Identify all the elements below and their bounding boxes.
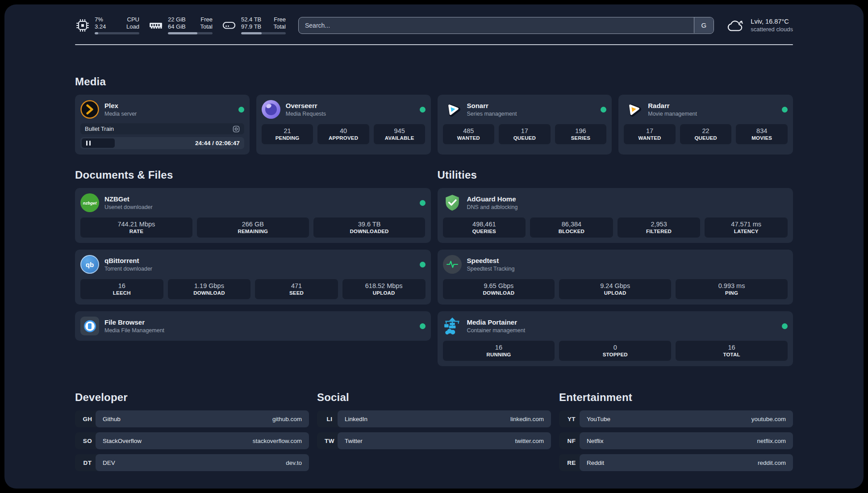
- service-name: AdGuard Home: [467, 195, 518, 203]
- service-description: Container management: [467, 327, 526, 334]
- status-dot: [782, 107, 788, 113]
- service-card-portainer[interactable]: Media Portainer Container management 16 …: [438, 311, 793, 366]
- status-dot: [601, 107, 606, 113]
- status-dot: [420, 107, 426, 113]
- bookmark-name: DEV: [103, 460, 115, 466]
- system-resources: 7% 3.24 CPU Load: [75, 16, 286, 34]
- service-name: Radarr: [648, 102, 697, 109]
- bookmark-name: Github: [103, 416, 121, 422]
- stat-block: 471 SEED: [255, 279, 338, 299]
- status-dot: [420, 200, 426, 206]
- bookmark-reddit[interactable]: RE Reddit reddit.com: [559, 454, 793, 471]
- section-title-documents: Documents & Files: [75, 169, 431, 181]
- bookmark-url: stackoverflow.com: [253, 438, 302, 444]
- cpu-load-label: Load: [126, 23, 139, 30]
- memory-icon: [148, 18, 163, 33]
- stat-block: 485 WANTED: [443, 124, 495, 144]
- service-description: Usenet downloader: [104, 204, 153, 210]
- section-media: Media Plex Media server: [75, 75, 793, 155]
- playback-progress-row: 24:44 / 02:06:47: [80, 137, 244, 149]
- video-view-icon: [233, 125, 240, 133]
- bookmark-group-developer: Developer GH Github github.com SO StackO…: [75, 391, 309, 471]
- bookmark-url: netflix.com: [757, 438, 786, 444]
- section-title-social: Social: [317, 391, 551, 404]
- service-name: NZBGet: [104, 195, 153, 203]
- stat-block: 9.24 Gbps UPLOAD: [559, 279, 671, 299]
- cpu-widget: 7% 3.24 CPU Load: [75, 16, 139, 34]
- section-utilities: Utilities: [438, 169, 793, 366]
- cpu-icon: [75, 18, 90, 33]
- stat-block: 17 WANTED: [624, 124, 676, 144]
- service-description: Series management: [467, 111, 517, 117]
- cpu-load-value: 3.24: [95, 23, 106, 30]
- bookmark-name: LinkedIn: [345, 416, 367, 422]
- memory-total-label: Total: [200, 23, 213, 30]
- service-card-filebrowser[interactable]: File Browser Media File Management: [75, 311, 431, 341]
- memory-widget: 22 GiB 64 GiB Free Total: [148, 16, 213, 34]
- bookmark-name: StackOverflow: [103, 438, 142, 444]
- service-card-overseerr[interactable]: Overseerr Media Requests 21 PENDING 40 A…: [256, 95, 431, 155]
- header-divider: [75, 44, 793, 45]
- disk-total-value: 97.9 TB: [241, 23, 261, 30]
- search-bar: G: [298, 17, 714, 34]
- section-title-utilities: Utilities: [438, 169, 793, 181]
- bookmark-url: reddit.com: [758, 460, 786, 466]
- stat-block: 16 LEECH: [80, 279, 163, 299]
- bookmark-dev[interactable]: DT DEV dev.to: [75, 454, 309, 471]
- stat-block: 0 STOPPED: [559, 341, 671, 361]
- service-description: Movie management: [648, 111, 697, 117]
- now-playing-title: Bullet Train: [85, 125, 114, 132]
- service-name: Sonarr: [467, 102, 517, 109]
- service-card-nzbget[interactable]: nzbget NZBGet Usenet downloader 744.21 M…: [75, 188, 431, 243]
- disk-total-label: Total: [274, 23, 286, 30]
- sonarr-icon: [443, 100, 462, 119]
- cpu-usage-label: CPU: [127, 16, 139, 23]
- service-name: Speedtest: [467, 257, 515, 264]
- stat-block: 196 SERIES: [555, 124, 607, 144]
- bookmark-linkedin[interactable]: LI LinkedIn linkedin.com: [317, 410, 551, 427]
- service-card-adguard[interactable]: AdGuard Home DNS and adblocking 498,461 …: [438, 188, 793, 243]
- stat-block: 9.65 Gbps DOWNLOAD: [443, 279, 555, 299]
- memory-progress-bar: [168, 32, 213, 34]
- bookmark-netflix[interactable]: NF Netflix netflix.com: [559, 432, 793, 449]
- service-card-radarr[interactable]: Radarr Movie management 17 WANTED 22 QUE…: [618, 95, 793, 155]
- stat-block: 40 APPROVED: [317, 124, 369, 144]
- status-dot: [782, 323, 788, 329]
- weather-condition: scattered clouds: [751, 26, 793, 33]
- disk-icon: [221, 18, 237, 33]
- service-name: File Browser: [104, 318, 164, 326]
- memory-total-value: 64 GiB: [168, 23, 186, 30]
- service-card-qbittorrent[interactable]: qb qBittorrent Torrent downloader 16 LEE…: [75, 250, 431, 305]
- memory-free-value: 22 GiB: [168, 16, 186, 23]
- dashboard: 7% 3.24 CPU Load: [4, 4, 864, 489]
- stat-block: 16 TOTAL: [676, 341, 788, 361]
- weather-location: Lviv, 16.87°C: [751, 18, 793, 25]
- bookmark-stackoverflow[interactable]: SO StackOverflow stackoverflow.com: [75, 432, 309, 449]
- radarr-icon: [624, 100, 643, 119]
- bookmark-group-entertainment: Entertainment YT YouTube youtube.com NF …: [559, 391, 793, 471]
- service-card-sonarr[interactable]: Sonarr Series management 485 WANTED 17 Q…: [438, 95, 612, 155]
- service-name: Overseerr: [286, 102, 326, 109]
- bookmark-github[interactable]: GH Github github.com: [75, 410, 309, 427]
- cpu-progress-bar: [95, 32, 139, 34]
- stat-block: 945 AVAILABLE: [374, 124, 426, 144]
- stat-block: 834 MOVIES: [736, 124, 788, 144]
- stat-block: 17 QUEUED: [499, 124, 551, 144]
- disk-free-label: Free: [274, 16, 286, 23]
- bookmark-name: Reddit: [587, 460, 604, 466]
- service-description: Media Requests: [286, 111, 326, 117]
- stat-block: 498,461 QUERIES: [443, 217, 526, 238]
- stat-block: 2,953 FILTERED: [618, 217, 701, 238]
- search-input[interactable]: [298, 17, 714, 34]
- bookmark-twitter[interactable]: TW Twitter twitter.com: [317, 432, 551, 449]
- service-card-plex[interactable]: Plex Media server Bullet Train: [75, 95, 250, 155]
- service-card-speedtest[interactable]: Speedtest Speedtest Tracking 9.65 Gbps D…: [438, 250, 793, 305]
- disk-free-value: 52.4 TB: [241, 16, 261, 23]
- service-description: Torrent downloader: [104, 266, 152, 272]
- google-search-button[interactable]: G: [694, 17, 714, 33]
- bookmark-url: twitter.com: [515, 438, 544, 444]
- stat-block: 0.993 ms PING: [676, 279, 788, 299]
- bookmark-name: YouTube: [587, 416, 610, 422]
- bookmark-youtube[interactable]: YT YouTube youtube.com: [559, 410, 793, 427]
- bookmark-url: youtube.com: [751, 416, 786, 422]
